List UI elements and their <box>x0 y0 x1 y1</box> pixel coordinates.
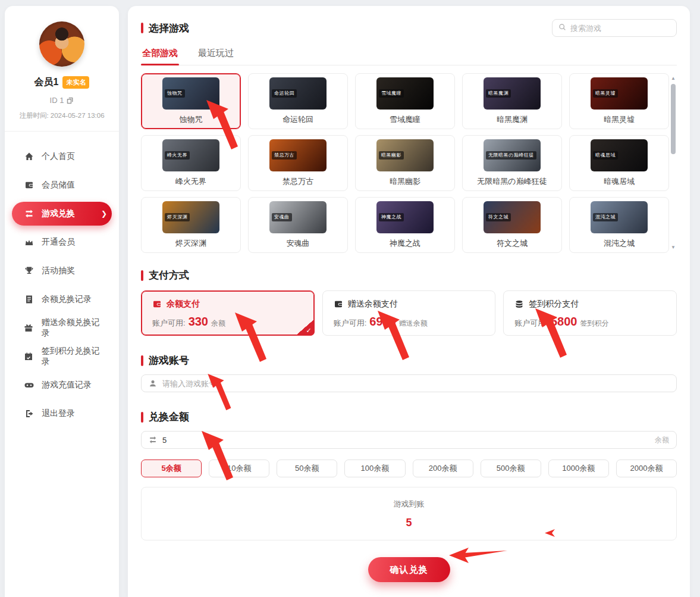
amount-suffix: 余额 <box>655 435 669 445</box>
game-thumbnail: 符文之城 <box>484 201 541 233</box>
game-name: 雪域魔瞳 <box>390 114 420 125</box>
game-thumbnail-title: 无限暗黑の巅峰狂徒 <box>486 151 536 160</box>
search-icon <box>558 23 566 33</box>
sidebar-item-label: 退出登录 <box>42 408 75 419</box>
game-account-input[interactable] <box>162 379 669 388</box>
game-thumbnail: 禁忌万古 <box>269 139 327 171</box>
game-thumbnail-title: 神魔之战 <box>379 213 404 221</box>
amount-unit: 签到积分 <box>580 318 608 329</box>
game-card[interactable]: 蚀物咒蚀物咒 <box>141 73 241 129</box>
game-name: 暗魂居域 <box>604 176 635 187</box>
sidebar-item-label: 游戏充值记录 <box>42 380 92 390</box>
game-thumbnail-title: 符文之城 <box>486 213 511 221</box>
user-id: ID 1 <box>50 96 64 105</box>
game-name: 暗黑魔渊 <box>497 114 528 125</box>
game-thumbnail: 安魂曲 <box>269 201 327 233</box>
tab-recently-played[interactable]: 最近玩过 <box>197 48 235 65</box>
payment-method-1[interactable]: 余额支付账户可用:330余额✓ <box>141 290 315 336</box>
game-thumbnail: 命运轮回 <box>269 77 327 110</box>
amount-input[interactable] <box>162 436 650 445</box>
game-card[interactable]: 暗魂居域暗魂居域 <box>569 135 669 191</box>
wallet-icon <box>24 180 34 190</box>
game-name: 烬灭深渊 <box>175 238 206 249</box>
title-accent-bar <box>141 355 143 366</box>
game-card[interactable]: 暗黑魔渊暗黑魔渊 <box>462 73 562 129</box>
list-icon <box>24 295 34 305</box>
sidebar-item-home[interactable]: 个人首页 <box>12 145 112 168</box>
scroll-down-icon[interactable]: ▼ <box>671 245 676 251</box>
amount-chip[interactable]: 500余额 <box>481 460 541 477</box>
game-card[interactable]: 雪域魔瞳雪域魔瞳 <box>355 73 455 129</box>
game-card[interactable]: 命运轮回命运轮回 <box>248 73 348 129</box>
sidebar-item-label: 余额兑换记录 <box>42 294 92 305</box>
payment-method-2[interactable]: 赠送余额支付账户可用:6970赠送余额 <box>322 290 496 336</box>
search-input[interactable] <box>570 24 670 33</box>
sidebar-item-vip[interactable]: 开通会员 <box>12 230 112 254</box>
amount-chip[interactable]: 10余额 <box>209 460 269 477</box>
game-thumbnail: 蚀物咒 <box>162 77 219 110</box>
payment-methods: 余额支付账户可用:330余额✓赠送余额支付账户可用:6970赠送余额签到积分支付… <box>141 290 677 336</box>
game-card[interactable]: 烬灭深渊烬灭深渊 <box>141 197 241 253</box>
scrollbar-thumb[interactable] <box>671 84 676 154</box>
sidebar-item-signin-records[interactable]: 签到积分兑换记录 <box>12 345 112 368</box>
game-card[interactable]: 暗黑灵墟暗黑灵墟 <box>569 73 669 129</box>
amount-chip[interactable]: 200余额 <box>413 460 473 477</box>
amount-chip[interactable]: 50余额 <box>277 460 337 477</box>
game-card[interactable]: 符文之城符文之城 <box>462 197 562 253</box>
game-search[interactable] <box>552 19 677 37</box>
wallet-icon <box>334 299 343 309</box>
sidebar-item-recharge[interactable]: 会员储值 <box>12 173 112 197</box>
sidebar-item-game-exchange[interactable]: 游戏兑换❯ <box>12 202 112 226</box>
sidebar-item-recharge-records[interactable]: 游戏充值记录 <box>12 373 112 397</box>
game-card[interactable]: 安魂曲安魂曲 <box>248 197 348 253</box>
amount-chip[interactable]: 100余额 <box>344 460 405 477</box>
game-card[interactable]: 混沌之城混沌之城 <box>569 197 669 253</box>
copy-icon[interactable] <box>67 97 74 104</box>
sidebar-item-label: 开通会员 <box>42 237 75 248</box>
amount-chips: 5余额10余额50余额100余额200余额500余额1000余额2000余额 <box>141 460 677 477</box>
game-account-field[interactable] <box>141 374 677 392</box>
title-accent-bar <box>141 270 143 281</box>
payment-method-3[interactable]: 签到积分支付账户可用:5800签到积分 <box>503 290 677 336</box>
result-label: 游戏到账 <box>394 499 425 510</box>
game-card[interactable]: 禁忌万古禁忌万古 <box>248 135 348 191</box>
game-name: 无限暗黑の巅峰狂徒 <box>477 176 547 187</box>
confirm-exchange-button[interactable]: 确认兑换 <box>368 557 450 582</box>
game-card[interactable]: 暗黑幽影暗黑幽影 <box>355 135 455 191</box>
amount-chip[interactable]: 5余额 <box>141 460 202 477</box>
amount-unit: 赠送余额 <box>399 318 428 329</box>
game-thumbnail: 暗魂居域 <box>591 139 648 171</box>
sidebar-item-balance-records[interactable]: 余额兑换记录 <box>12 287 112 311</box>
sidebar-item-label: 个人首页 <box>42 151 75 162</box>
avatar[interactable] <box>39 21 84 67</box>
sidebar: 会员1 未实名 ID 1 注册时间: 2024-05-27 13:06 个人首页… <box>5 6 119 597</box>
game-name: 暗黑灵墟 <box>604 114 635 125</box>
scroll-up-icon[interactable]: ▲ <box>671 76 676 82</box>
game-name: 蚀物咒 <box>180 114 203 125</box>
sidebar-item-label: 会员储值 <box>42 180 75 190</box>
amount-chip[interactable]: 2000余额 <box>616 460 677 477</box>
exchange-icon <box>24 209 34 219</box>
home-icon <box>24 152 34 162</box>
game-card[interactable]: 神魔之战神魔之战 <box>355 197 455 253</box>
game-name: 禁忌万古 <box>282 176 313 187</box>
games-scrollbar[interactable]: ▲ ▼ <box>670 76 677 251</box>
title-accent-bar <box>141 412 143 423</box>
game-thumbnail-title: 命运轮回 <box>272 89 297 98</box>
main-panel: 选择游戏 全部游戏最近玩过 蚀物咒蚀物咒命运轮回命运轮回雪域魔瞳雪域魔瞳暗黑魔渊… <box>128 6 690 597</box>
sidebar-item-gift-records[interactable]: 赠送余额兑换记录 <box>12 316 112 340</box>
game-card[interactable]: 无限暗黑の巅峰狂徒无限暗黑の巅峰狂徒 <box>462 135 562 191</box>
game-thumbnail: 暗黑魔渊 <box>484 77 541 110</box>
sidebar-item-logout[interactable]: 退出登录 <box>12 402 112 426</box>
section-title-select-game: 选择游戏 <box>141 21 189 35</box>
game-thumbnail-title: 暗黑灵墟 <box>593 89 618 98</box>
game-card[interactable]: 峰火无界峰火无界 <box>141 135 241 191</box>
game-thumbnail-title: 安魂曲 <box>272 213 292 221</box>
result-box: 游戏到账 5 <box>141 487 677 540</box>
amount-field[interactable]: 余额 <box>141 431 677 449</box>
sidebar-item-lottery[interactable]: 活动抽奖 <box>12 259 112 283</box>
amount-chip[interactable]: 1000余额 <box>548 460 609 477</box>
game-thumbnail: 暗黑幽影 <box>376 139 434 171</box>
game-thumbnail: 雪域魔瞳 <box>376 77 434 110</box>
tab-all-games[interactable]: 全部游戏 <box>141 48 179 65</box>
